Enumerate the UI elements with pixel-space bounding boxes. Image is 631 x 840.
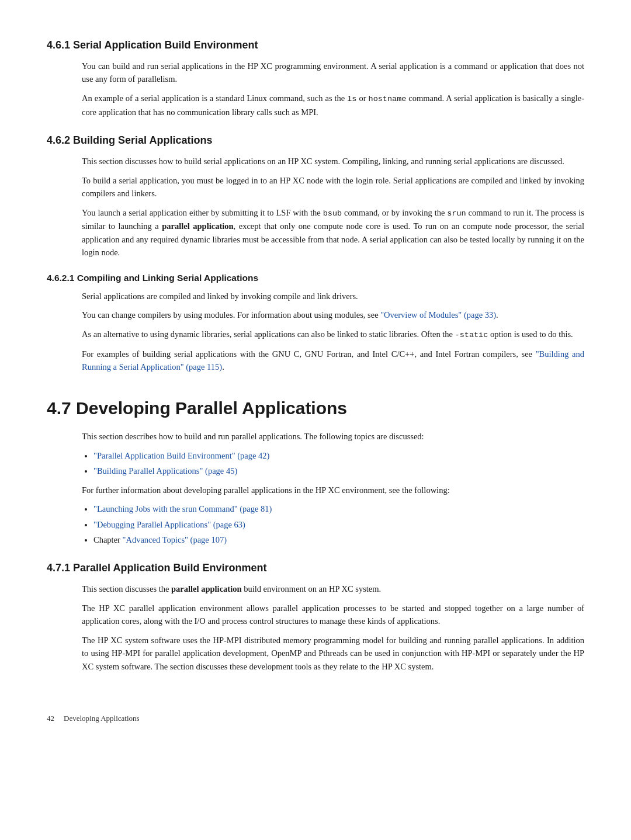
link-launching-jobs[interactable]: "Launching Jobs with the srun Command" (… bbox=[93, 504, 272, 513]
paragraph-471-2: The HP XC parallel application environme… bbox=[82, 602, 584, 628]
section-471: 4.7.1 Parallel Application Build Environ… bbox=[47, 560, 584, 673]
code-bsub: bsub bbox=[323, 209, 342, 218]
paragraph-462-3: You launch a serial application either b… bbox=[82, 206, 584, 259]
section-4621: 4.6.2.1 Compiling and Linking Serial App… bbox=[47, 271, 584, 374]
link-overview-modules[interactable]: "Overview of Modules" (page 33) bbox=[380, 310, 496, 320]
bullet-47-1-2: "Building Parallel Applications" (page 4… bbox=[93, 464, 584, 477]
code-static: -static bbox=[455, 331, 488, 339]
paragraph-461-2: An example of a serial application is a … bbox=[82, 92, 584, 119]
paragraph-47-intro: This section describes how to build and … bbox=[82, 430, 584, 443]
heading-462: 4.6.2 Building Serial Applications bbox=[47, 133, 584, 149]
paragraph-471-1: This section discusses the parallel appl… bbox=[82, 582, 584, 595]
code-hostname: hostname bbox=[369, 95, 407, 103]
chapter-label: Chapter bbox=[93, 535, 123, 544]
paragraph-47-mid: For further information about developing… bbox=[82, 484, 584, 497]
heading-47: 4.7 Developing Parallel Applications bbox=[47, 395, 584, 422]
link-building-serial[interactable]: "Building and Running a Serial Applicati… bbox=[82, 349, 584, 372]
heading-471: 4.7.1 Parallel Application Build Environ… bbox=[47, 560, 584, 577]
heading-4621: 4.6.2.1 Compiling and Linking Serial App… bbox=[47, 271, 584, 285]
bullet-list-47-1: "Parallel Application Build Environment"… bbox=[93, 449, 584, 478]
term-parallel-application: parallel application bbox=[162, 221, 233, 231]
footer-page-number: 42 bbox=[47, 713, 54, 724]
footer-section-title: Developing Applications bbox=[64, 713, 140, 724]
bullet-list-47-2: "Launching Jobs with the srun Command" (… bbox=[93, 502, 584, 546]
term-parallel-application-2: parallel application bbox=[171, 584, 241, 593]
paragraph-461-1: You can build and run serial application… bbox=[82, 60, 584, 86]
link-debugging-parallel[interactable]: "Debugging Parallel Applications" (page … bbox=[93, 520, 245, 529]
bullet-47-2-3: Chapter "Advanced Topics" (page 107) bbox=[93, 533, 584, 546]
paragraph-4621-4: For examples of building serial applicat… bbox=[82, 348, 584, 374]
heading-461: 4.6.1 Serial Application Build Environme… bbox=[47, 37, 584, 54]
link-building-parallel[interactable]: "Building Parallel Applications" (page 4… bbox=[93, 466, 237, 475]
section-462: 4.6.2 Building Serial Applications This … bbox=[47, 133, 584, 259]
code-ls: ls bbox=[347, 95, 356, 103]
paragraph-4621-2: You can change compilers by using module… bbox=[82, 308, 584, 321]
bullet-47-1-1: "Parallel Application Build Environment"… bbox=[93, 449, 584, 462]
page-footer: 42 Developing Applications bbox=[47, 708, 584, 724]
link-parallel-build-env[interactable]: "Parallel Application Build Environment"… bbox=[93, 451, 269, 460]
section-47: 4.7 Developing Parallel Applications Thi… bbox=[47, 395, 584, 547]
code-srun: srun bbox=[447, 209, 466, 218]
bullet-47-2-1: "Launching Jobs with the srun Command" (… bbox=[93, 502, 584, 515]
paragraph-471-3: The HP XC system software uses the HP-MP… bbox=[82, 634, 584, 673]
paragraph-4621-1: Serial applications are compiled and lin… bbox=[82, 290, 584, 303]
paragraph-462-2: To build a serial application, you must … bbox=[82, 174, 584, 200]
link-advanced-topics[interactable]: "Advanced Topics" (page 107) bbox=[123, 535, 227, 544]
paragraph-462-1: This section discusses how to build seri… bbox=[82, 155, 584, 168]
section-461: 4.6.1 Serial Application Build Environme… bbox=[47, 37, 584, 119]
bullet-47-2-2: "Debugging Parallel Applications" (page … bbox=[93, 518, 584, 531]
paragraph-4621-3: As an alternative to using dynamic libra… bbox=[82, 328, 584, 342]
